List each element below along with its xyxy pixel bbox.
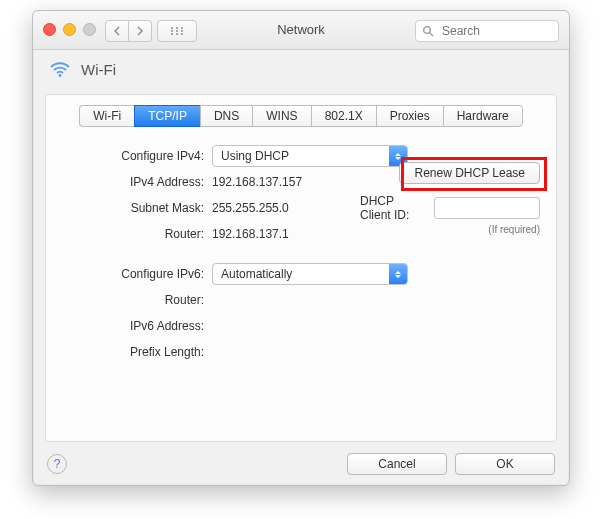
tab-wins[interactable]: WINS xyxy=(252,105,310,127)
search-input[interactable] xyxy=(440,23,552,39)
interface-name: Wi-Fi xyxy=(81,61,116,78)
svg-point-0 xyxy=(171,27,173,29)
wifi-icon xyxy=(49,60,71,78)
label-dhcp-client-id: DHCP Client ID: xyxy=(360,194,426,222)
dhcp-client-id-hint: (If required) xyxy=(360,224,540,235)
configure-ipv4-value: Using DHCP xyxy=(213,149,389,163)
window-body: Wi-Fi Wi-Fi TCP/IP DNS WINS 802.1X Proxi… xyxy=(33,50,569,486)
svg-point-1 xyxy=(176,27,178,29)
configure-ipv6-value: Automatically xyxy=(213,267,389,281)
svg-point-4 xyxy=(176,30,178,32)
configure-ipv6-select[interactable]: Automatically xyxy=(212,263,408,285)
ok-button[interactable]: OK xyxy=(455,453,555,475)
tab-tcpip[interactable]: TCP/IP xyxy=(134,105,200,127)
label-router-v6: Router: xyxy=(62,293,212,307)
network-preferences-window: Network Wi-Fi Wi-Fi TCP/IP DNS WINS 802.… xyxy=(32,10,570,486)
label-configure-ipv4: Configure IPv4: xyxy=(62,149,212,163)
tabbar: Wi-Fi TCP/IP DNS WINS 802.1X Proxies Har… xyxy=(46,105,556,127)
dhcp-side-column: Renew DHCP Lease DHCP Client ID: (If req… xyxy=(360,162,540,235)
svg-line-10 xyxy=(430,33,433,36)
label-prefix-length: Prefix Length: xyxy=(62,345,212,359)
label-configure-ipv6: Configure IPv6: xyxy=(62,267,212,281)
cancel-button[interactable]: Cancel xyxy=(347,453,447,475)
tab-wifi[interactable]: Wi-Fi xyxy=(79,105,134,127)
tab-proxies[interactable]: Proxies xyxy=(376,105,443,127)
chevron-updown-icon xyxy=(389,264,407,284)
show-all-button[interactable] xyxy=(157,20,197,42)
label-ipv6-address: IPv6 Address: xyxy=(62,319,212,333)
value-router-v4: 192.168.137.1 xyxy=(212,227,289,241)
footer: ? Cancel OK xyxy=(33,442,569,486)
label-router-v4: Router: xyxy=(62,227,212,241)
svg-point-2 xyxy=(181,27,183,29)
svg-point-11 xyxy=(59,74,62,77)
minimize-window-button[interactable] xyxy=(63,23,76,36)
row-router-v6: Router: xyxy=(62,287,540,313)
svg-point-6 xyxy=(171,33,173,35)
zoom-window-button[interactable] xyxy=(83,23,96,36)
tab-dns[interactable]: DNS xyxy=(200,105,252,127)
back-button[interactable] xyxy=(105,20,129,42)
help-button[interactable]: ? xyxy=(47,454,67,474)
close-window-button[interactable] xyxy=(43,23,56,36)
search-field[interactable] xyxy=(415,20,559,42)
value-subnet-mask: 255.255.255.0 xyxy=(212,201,289,215)
svg-point-8 xyxy=(181,33,183,35)
window-controls xyxy=(43,23,96,36)
value-ipv4-address: 192.168.137.157 xyxy=(212,175,302,189)
label-ipv4-address: IPv4 Address: xyxy=(62,175,212,189)
settings-panel: Wi-Fi TCP/IP DNS WINS 802.1X Proxies Har… xyxy=(45,94,557,442)
row-ipv6-address: IPv6 Address: xyxy=(62,313,540,339)
tab-hardware[interactable]: Hardware xyxy=(443,105,523,127)
svg-point-7 xyxy=(176,33,178,35)
nav-buttons xyxy=(105,20,152,42)
svg-point-9 xyxy=(424,27,431,34)
row-configure-ipv6: Configure IPv6: Automatically xyxy=(62,261,540,287)
titlebar: Network xyxy=(33,11,569,50)
renew-dhcp-lease-button[interactable]: Renew DHCP Lease xyxy=(399,162,540,184)
search-icon xyxy=(422,25,434,37)
svg-point-3 xyxy=(171,30,173,32)
forward-button[interactable] xyxy=(129,20,152,42)
interface-header: Wi-Fi xyxy=(33,50,569,88)
tab-8021x[interactable]: 802.1X xyxy=(311,105,376,127)
label-subnet-mask: Subnet Mask: xyxy=(62,201,212,215)
dhcp-client-id-input[interactable] xyxy=(434,197,540,219)
svg-point-5 xyxy=(181,30,183,32)
row-prefix-length: Prefix Length: xyxy=(62,339,540,365)
